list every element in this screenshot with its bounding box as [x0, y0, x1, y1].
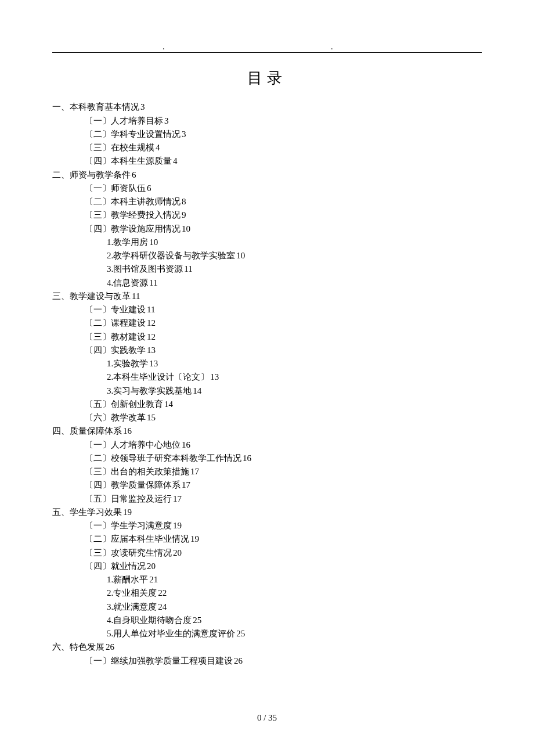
toc-entry: 4.信息资源11: [107, 276, 482, 290]
toc-entry-text: 2.本科生毕业设计〔论文〕: [107, 372, 209, 381]
toc-entry: 〔四〕实践教学13: [85, 344, 482, 357]
page: . . 目录 一、本科教育基本情况3〔一〕人才培养目标3〔二〕学科专业设置情况3…: [0, 0, 534, 756]
toc-entry-page: 10: [236, 251, 245, 260]
toc-entry-text: 4.信息资源: [107, 278, 148, 287]
table-of-contents: 一、本科教育基本情况3〔一〕人才培养目标3〔二〕学科专业设置情况3〔三〕在校生规…: [52, 100, 482, 668]
toc-entry-text: 1.薪酬水平: [107, 575, 148, 584]
toc-entry-page: 26: [106, 642, 114, 651]
header-dot-right: .: [331, 41, 333, 53]
toc-entry-text: 〔一〕继续加强教学质量工程项目建设: [85, 656, 233, 665]
toc-entry-page: 4: [156, 143, 160, 152]
toc-entry-page: 8: [182, 197, 186, 206]
toc-entry-page: 11: [149, 278, 157, 287]
toc-entry: 1.实验教学13: [107, 357, 482, 370]
toc-entry: 1.薪酬水平21: [107, 573, 482, 586]
toc-entry-page: 3: [140, 102, 145, 111]
toc-entry-text: 3.就业满意度: [107, 602, 157, 611]
toc-entry-page: 20: [173, 548, 182, 557]
toc-entry-page: 15: [147, 413, 156, 422]
toc-entry-page: 6: [132, 170, 136, 179]
toc-entry-page: 13: [147, 345, 156, 355]
toc-entry: 2.本科生毕业设计〔论文〕13: [107, 370, 482, 384]
toc-entry: 〔一〕学生学习满意度19: [85, 519, 482, 532]
toc-entry: 〔三〕教学经费投入情况9: [85, 208, 482, 222]
toc-entry: 三、教学建设与改革11: [52, 290, 482, 303]
toc-entry-text: 〔三〕攻读研究生情况: [85, 548, 172, 557]
toc-entry-page: 14: [193, 386, 201, 395]
toc-entry-page: 9: [182, 210, 186, 219]
toc-entry-page: 20: [147, 561, 156, 571]
toc-entry: 〔一〕人才培养中心地位16: [85, 438, 482, 452]
toc-entry: 〔一〕专业建设11: [85, 303, 482, 316]
toc-entry-page: 26: [234, 656, 243, 665]
toc-entry-text: 一、本科教育基本情况: [52, 102, 139, 111]
toc-entry-text: 〔五〕创新创业教育: [85, 399, 163, 409]
toc-entry: 〔二〕本科主讲教师情况8: [85, 195, 482, 208]
toc-entry-text: 〔二〕课程建设: [85, 318, 146, 327]
toc-entry: 四、质量保障体系16: [52, 424, 482, 438]
toc-entry-text: 五、学生学习效果: [52, 507, 122, 517]
toc-entry: 1.教学用房10: [107, 236, 482, 249]
toc-entry: 〔五〕日常监控及运行17: [85, 492, 482, 506]
toc-entry: 2.教学科研仪器设备与教学实验室10: [107, 249, 482, 262]
toc-entry-page: 3: [164, 116, 169, 125]
toc-entry: 〔四〕本科生生源质量4: [85, 154, 482, 168]
toc-entry-page: 25: [193, 615, 201, 625]
toc-entry: 〔四〕教学质量保障体系17: [85, 478, 482, 492]
toc-entry: 〔二〕学科专业设置情况3: [85, 128, 482, 141]
toc-entry: 〔二〕课程建设12: [85, 316, 482, 330]
toc-entry-page: 4: [173, 156, 178, 165]
toc-entry-text: 〔四〕就业情况: [85, 561, 146, 571]
toc-entry-text: 〔四〕教学质量保障体系: [85, 480, 181, 489]
toc-entry-text: 5.用人单位对毕业生的满意度评价: [107, 629, 235, 638]
toc-entry-text: 〔一〕人才培养目标: [85, 116, 163, 125]
toc-entry-text: 二、师资与教学条件: [52, 170, 131, 179]
toc-entry: 〔六〕教学改革15: [85, 411, 482, 424]
toc-entry-text: 4.自身职业期待吻合度: [107, 615, 192, 625]
toc-entry-text: 〔一〕人才培养中心地位: [85, 440, 181, 449]
toc-entry: 〔三〕出台的相关政策措施17: [85, 465, 482, 478]
toc-entry: 六、特色发展26: [52, 640, 482, 654]
toc-entry-text: 〔三〕出台的相关政策措施: [85, 467, 189, 476]
page-footer: 0 / 35: [0, 711, 534, 725]
toc-entry: 〔一〕人才培养目标3: [85, 114, 482, 128]
toc-entry-text: 〔四〕本科生生源质量: [85, 156, 172, 165]
toc-entry-page: 10: [182, 224, 190, 233]
toc-entry-page: 14: [164, 399, 173, 409]
toc-entry: 〔四〕教学设施应用情况10: [85, 222, 482, 236]
toc-entry-page: 16: [123, 426, 132, 435]
toc-entry-page: 16: [182, 440, 190, 449]
toc-entry: 3.就业满意度24: [107, 600, 482, 614]
toc-entry-page: 11: [132, 291, 140, 301]
toc-entry-text: 三、教学建设与改革: [52, 291, 131, 301]
toc-entry-text: 1.实验教学: [107, 359, 148, 368]
toc-entry: 3.实习与教学实践基地14: [107, 384, 482, 398]
toc-entry-text: 〔二〕学科专业设置情况: [85, 129, 181, 139]
toc-entry-text: 〔四〕实践教学: [85, 345, 146, 355]
toc-entry-page: 11: [184, 264, 192, 273]
toc-entry: 〔五〕创新创业教育14: [85, 398, 482, 411]
toc-entry-text: 3.实习与教学实践基地: [107, 386, 192, 395]
toc-entry-text: 四、质量保障体系: [52, 426, 122, 435]
toc-entry-text: 〔四〕教学设施应用情况: [85, 224, 181, 233]
toc-entry-page: 16: [243, 453, 251, 463]
toc-entry-text: 2.教学科研仪器设备与教学实验室: [107, 251, 235, 260]
header-marks: . .: [52, 41, 482, 51]
toc-entry-page: 24: [158, 602, 167, 611]
toc-entry: 〔四〕就业情况20: [85, 560, 482, 573]
toc-entry-text: 六、特色发展: [52, 642, 104, 651]
toc-entry-text: 〔三〕教学经费投入情况: [85, 210, 181, 219]
toc-entry-page: 10: [149, 237, 158, 247]
toc-entry: 〔一〕继续加强教学质量工程项目建设26: [85, 654, 482, 668]
toc-entry-page: 3: [182, 129, 186, 139]
toc-entry-text: 〔二〕本科主讲教师情况: [85, 197, 181, 206]
header-dot-left: .: [163, 41, 165, 53]
toc-entry-text: 〔一〕师资队伍: [85, 183, 146, 193]
toc-entry-page: 12: [147, 318, 156, 327]
toc-entry: 〔三〕教材建设12: [85, 330, 482, 344]
toc-entry-page: 19: [173, 521, 182, 530]
page-title: 目录: [52, 67, 482, 90]
toc-entry-page: 17: [182, 480, 190, 489]
toc-entry-text: 〔一〕学生学习满意度: [85, 521, 172, 530]
toc-entry-text: 〔三〕在校生规模: [85, 143, 154, 152]
